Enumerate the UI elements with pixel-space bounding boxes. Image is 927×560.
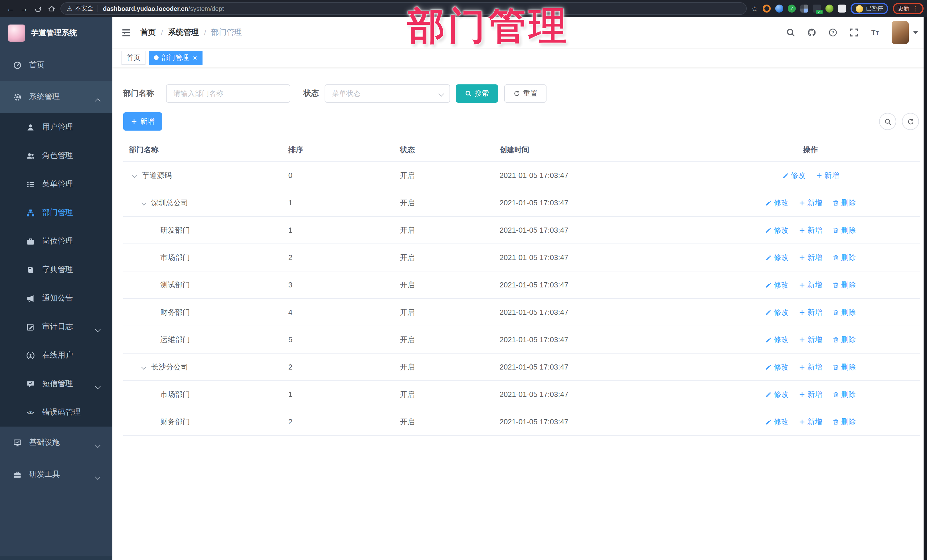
table-body: 芋道源码 0 开启 2021-01-05 17:03:47 修改 新增 深圳总公…	[123, 162, 920, 436]
status-select-input[interactable]	[325, 84, 450, 103]
expand-arrow-icon[interactable]	[133, 174, 142, 177]
kebab-menu-icon[interactable]: ⋮	[912, 5, 918, 12]
action-add-link[interactable]: 新增	[799, 307, 822, 317]
sidebar-item[interactable]: 在线用户	[0, 341, 112, 370]
back-icon[interactable]: ←	[3, 2, 17, 15]
bookmark-star-icon[interactable]: ☆	[752, 4, 758, 13]
add-button[interactable]: 新增	[123, 112, 162, 131]
action-delete-link[interactable]: 删除	[833, 307, 856, 317]
sidebar-item[interactable]: 字典管理	[0, 255, 112, 284]
github-icon[interactable]	[807, 28, 816, 37]
extension-icon-1[interactable]	[763, 5, 771, 12]
on-badge: on	[817, 9, 823, 14]
extension-icon-6[interactable]	[825, 5, 833, 12]
profile-paused-pill[interactable]: 已暂停	[851, 3, 888, 14]
sidebar-item[interactable]: 岗位管理	[0, 227, 112, 255]
action-label: 新增	[807, 307, 822, 317]
extension-icon-3[interactable]: ✓	[788, 5, 796, 12]
action-label: 删除	[841, 334, 856, 345]
action-edit-link[interactable]: 修改	[765, 334, 789, 345]
action-edit-link[interactable]: 修改	[765, 417, 789, 427]
address-bar[interactable]: ⚠ 不安全 dashboard.yudao.iocoder.cn /system…	[61, 2, 747, 15]
expand-arrow-icon[interactable]	[142, 201, 151, 205]
action-delete-link[interactable]: 删除	[833, 417, 856, 427]
action-add-link[interactable]: 新增	[816, 170, 839, 181]
sidebar-item[interactable]: 审计日志	[0, 313, 112, 341]
sidebar-item[interactable]: 通知公告	[0, 284, 112, 313]
sidebar-item[interactable]: 研发工具	[0, 458, 112, 490]
action-delete-link[interactable]: 删除	[833, 389, 856, 399]
sidebar-item[interactable]: 短信管理	[0, 370, 112, 398]
action-edit-link[interactable]: 修改	[765, 225, 789, 235]
action-delete-link[interactable]: 删除	[833, 334, 856, 345]
status-select[interactable]	[325, 84, 450, 103]
breadcrumb-home[interactable]: 首页	[140, 27, 156, 38]
sidebar-item[interactable]: </> 错误码管理	[0, 398, 112, 426]
action-delete-link[interactable]: 删除	[833, 280, 856, 290]
action-edit-link[interactable]: 修改	[765, 362, 789, 372]
action-edit-link[interactable]: 修改	[765, 307, 789, 317]
action-add-link[interactable]: 新增	[799, 252, 822, 263]
sidebar-item[interactable]: 菜单管理	[0, 170, 112, 199]
font-size-icon[interactable]: TT	[871, 28, 880, 37]
action-add-link[interactable]: 新增	[799, 225, 822, 235]
scrollbar[interactable]	[924, 17, 927, 560]
breadcrumb-system[interactable]: 系统管理	[168, 27, 199, 38]
status-cell: 开启	[394, 417, 494, 427]
home-icon[interactable]	[44, 2, 58, 15]
show-search-button[interactable]	[879, 113, 896, 130]
sidebar-item[interactable]: 基础设施	[0, 426, 112, 458]
reload-icon[interactable]	[31, 2, 44, 15]
app-logo-row[interactable]: 芋道管理系统	[0, 17, 112, 49]
extension-icon-5[interactable]: on	[813, 5, 821, 12]
online-user-icon	[26, 351, 35, 360]
hamburger-icon[interactable]	[122, 28, 131, 37]
action-add-link[interactable]: 新增	[799, 334, 822, 345]
browser-update-button[interactable]: 更新 ⋮	[893, 3, 924, 14]
extension-icon-2[interactable]	[775, 5, 783, 12]
annotation-title: 部门管理	[407, 5, 569, 48]
created-time-cell: 2021-01-05 17:03:47	[494, 199, 701, 207]
dept-name-input[interactable]	[166, 84, 290, 103]
fullscreen-icon[interactable]	[849, 28, 859, 37]
search-icon[interactable]	[786, 28, 795, 37]
sidebar-item[interactable]: 角色管理	[0, 141, 112, 170]
security-warning-icon[interactable]: ⚠	[67, 5, 73, 12]
action-add-link[interactable]: 新增	[799, 389, 822, 399]
expand-arrow-icon[interactable]	[142, 365, 151, 369]
sidebar-item[interactable]: 系统管理	[0, 81, 112, 113]
created-time-cell: 2021-01-05 17:03:47	[494, 335, 701, 344]
action-delete-link[interactable]: 删除	[833, 362, 856, 372]
user-menu[interactable]	[892, 21, 918, 44]
action-add-link[interactable]: 新增	[799, 417, 822, 427]
avatar[interactable]	[892, 21, 909, 44]
action-add-link[interactable]: 新增	[799, 280, 822, 290]
action-edit-link[interactable]: 修改	[765, 197, 789, 208]
action-delete-link[interactable]: 删除	[833, 197, 856, 208]
browser-actions: ☆ ✓ on 已暂停 更新 ⋮	[752, 3, 924, 14]
status-cell: 开启	[394, 334, 494, 345]
action-add-link[interactable]: 新增	[799, 197, 822, 208]
action-edit-link[interactable]: 修改	[782, 170, 805, 181]
reset-button[interactable]: 重置	[504, 84, 547, 103]
action-edit-link[interactable]: 修改	[765, 252, 789, 263]
search-button[interactable]: 搜索	[456, 84, 498, 103]
close-icon[interactable]: ×	[193, 54, 197, 61]
extension-icon-4[interactable]	[800, 5, 808, 12]
sidebar-item[interactable]: 部门管理	[0, 199, 112, 227]
help-icon[interactable]: ?	[828, 28, 837, 37]
sidebar-item[interactable]: 用户管理	[0, 113, 112, 141]
tab-home[interactable]: 首页 ×	[122, 50, 146, 65]
plus-icon	[799, 418, 806, 425]
sort-cell: 1	[283, 390, 394, 399]
tab-dept[interactable]: 部门管理 ×	[149, 50, 202, 65]
extension-icon-7[interactable]	[838, 5, 846, 12]
sidebar-item[interactable]: 首页	[0, 49, 112, 81]
action-delete-link[interactable]: 删除	[833, 252, 856, 263]
refresh-table-button[interactable]	[902, 113, 919, 130]
action-edit-link[interactable]: 修改	[765, 280, 789, 290]
action-edit-link[interactable]: 修改	[765, 389, 789, 399]
forward-icon[interactable]: →	[17, 2, 31, 15]
action-delete-link[interactable]: 删除	[833, 225, 856, 235]
action-add-link[interactable]: 新增	[799, 362, 822, 372]
